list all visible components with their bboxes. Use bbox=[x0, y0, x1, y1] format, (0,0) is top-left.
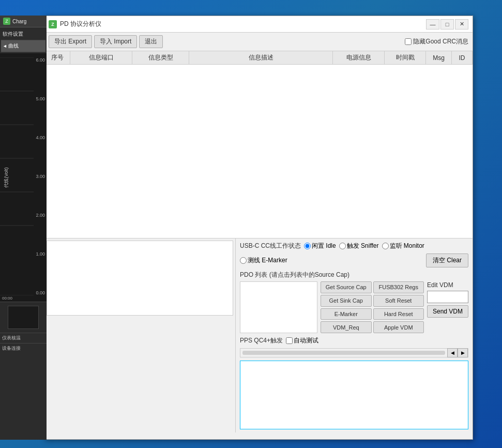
title-bar: Z PD 协议分析仪 — □ ✕ bbox=[44, 16, 473, 33]
pdo-section: PDO 列表 (请点击列表中的Source Cap) Get Source Ca… bbox=[240, 271, 468, 333]
y-axis-title: 代线(Volt) bbox=[3, 162, 10, 193]
col-header-2: 信息类型 bbox=[132, 51, 189, 64]
charg-tab-label: Charg bbox=[12, 19, 26, 24]
radio-monitor-label[interactable]: 监听 Monitor bbox=[382, 242, 424, 250]
pdo-buttons: Get Source Cap FUSB302 Regs Get Sink Cap… bbox=[321, 281, 424, 333]
auto-test-checkbox[interactable] bbox=[286, 337, 293, 344]
hide-crc-label[interactable]: 隐藏Good CRC消息 bbox=[405, 37, 468, 46]
col-header-1: 信息端口 bbox=[70, 51, 132, 64]
radio-monitor[interactable] bbox=[382, 243, 389, 249]
clear-button[interactable]: 清空 Clear bbox=[426, 253, 468, 267]
table-area: 序号 信息端口 信息类型 信息描述 电源信息 时间戳 Msg ID bbox=[44, 51, 473, 238]
pps-row: PPS QC4+触发 自动测试 bbox=[240, 336, 468, 345]
right-panel: USB-C CC线工作状态 闲置 Idle 触发 Sniffer 监听 Moni… bbox=[236, 238, 473, 432]
radio-emarker[interactable] bbox=[240, 257, 247, 264]
radio-emarker-label[interactable]: 测线 E-Marker bbox=[240, 256, 287, 265]
thumbnail-panel-1 bbox=[0, 302, 47, 333]
auto-test-text: 自动测试 bbox=[294, 336, 318, 345]
fusb302-regs-btn[interactable]: FUSB302 Regs bbox=[373, 281, 424, 293]
vdm-title: Edit VDM bbox=[427, 281, 468, 289]
y-label-6: 6.00 bbox=[36, 57, 45, 63]
e-marker-btn[interactable]: E-Marker bbox=[321, 308, 372, 320]
title-left: Z PD 协议分析仪 bbox=[49, 20, 101, 28]
hide-crc-text: 隐藏Good CRC消息 bbox=[413, 37, 468, 46]
y-label-3: 3.00 bbox=[36, 174, 45, 179]
left-panel bbox=[44, 238, 236, 432]
sidebar-item-curve[interactable]: ◄ 曲线 bbox=[1, 40, 45, 52]
pdo-list[interactable] bbox=[240, 281, 317, 333]
col-header-0: 序号 bbox=[44, 51, 70, 64]
radio-monitor-text: 监听 Monitor bbox=[390, 242, 424, 250]
curve-arrow: ◄ bbox=[3, 43, 7, 49]
y-label-0: 0.00 bbox=[36, 290, 45, 295]
thumb-chart-1 bbox=[8, 306, 39, 329]
radio-emarker-text: 测线 E-Marker bbox=[248, 256, 287, 265]
y-axis-labels: 6.00 5.00 4.00 3.00 2.00 1.00 0.00 bbox=[36, 57, 45, 295]
auto-test-label[interactable]: 自动测试 bbox=[286, 336, 318, 345]
scroll-right-btn[interactable]: ▶ bbox=[458, 348, 468, 357]
radio-sniffer-label[interactable]: 触发 Sniffer bbox=[339, 242, 379, 250]
get-source-cap-btn[interactable]: Get Source Cap bbox=[321, 281, 372, 293]
table-body bbox=[44, 65, 473, 238]
col-header-4: 电源信息 bbox=[333, 51, 385, 64]
pdo-content: Get Source Cap FUSB302 Regs Get Sink Cap… bbox=[240, 281, 468, 333]
connect-label: 设备连接 bbox=[0, 343, 47, 353]
y-label-5: 5.00 bbox=[36, 96, 45, 101]
cc-status-row: USB-C CC线工作状态 闲置 Idle 触发 Sniffer 监听 Moni… bbox=[240, 242, 468, 267]
col-header-5: 时间戳 bbox=[385, 51, 426, 64]
scroll-bar: ◀ ▶ bbox=[240, 348, 468, 357]
radio-idle-text: 闲置 Idle bbox=[312, 242, 336, 250]
log-textarea[interactable] bbox=[240, 361, 468, 429]
toolbar: 导出 Export 导入 Import 退出 隐藏Good CRC消息 bbox=[44, 33, 473, 51]
chart-area: 6.00 5.00 4.00 3.00 2.00 1.00 0.00 代线(Vo… bbox=[0, 53, 47, 302]
toolbar-right: 隐藏Good CRC消息 bbox=[405, 37, 468, 46]
main-window: Z PD 协议分析仪 — □ ✕ 导出 Export 导入 Import 退出 … bbox=[44, 16, 473, 440]
app-icon: Z bbox=[49, 20, 57, 28]
radio-idle[interactable] bbox=[304, 243, 311, 249]
title-controls: — □ ✕ bbox=[426, 19, 468, 29]
hide-crc-checkbox[interactable] bbox=[405, 38, 412, 45]
temp-label: 仪表核温 bbox=[0, 333, 47, 343]
y-label-1: 1.00 bbox=[36, 251, 45, 257]
charg-tab[interactable]: Z Charg bbox=[0, 16, 47, 27]
x-axis-label: 00:00 bbox=[2, 296, 12, 301]
export-button[interactable]: 导出 Export bbox=[49, 35, 92, 48]
radio-sniffer-text: 触发 Sniffer bbox=[347, 242, 379, 250]
vdm-req-btn[interactable]: VDM_Req bbox=[321, 321, 372, 333]
col-header-7: ID bbox=[452, 51, 473, 64]
bottom-section: USB-C CC线工作状态 闲置 Idle 触发 Sniffer 监听 Moni… bbox=[44, 238, 473, 432]
maximize-button[interactable]: □ bbox=[440, 19, 454, 29]
col-header-6: Msg bbox=[426, 51, 452, 64]
minimize-button[interactable]: — bbox=[426, 19, 439, 29]
col-header-3: 信息描述 bbox=[189, 51, 333, 64]
pps-title: PPS QC4+触发 bbox=[240, 336, 283, 345]
window-title: PD 协议分析仪 bbox=[60, 20, 101, 28]
send-vdm-btn[interactable]: Send VDM bbox=[427, 305, 468, 318]
get-sink-cap-btn[interactable]: Get Sink Cap bbox=[321, 295, 372, 307]
pdo-title: PDO 列表 (请点击列表中的Source Cap) bbox=[240, 271, 468, 279]
toolbar-left: 导出 Export 导入 Import 退出 bbox=[49, 35, 163, 48]
sidebar-items: 软件设置 ◄ 曲线 bbox=[0, 27, 47, 53]
exit-button[interactable]: 退出 bbox=[139, 35, 163, 48]
import-button[interactable]: 导入 Import bbox=[94, 35, 137, 48]
apple-vdm-btn[interactable]: Apple VDM bbox=[373, 321, 424, 333]
tab-icon: Z bbox=[3, 18, 10, 25]
left-sidebar: Z Charg 软件设置 ◄ 曲线 6.00 5.00 4.00 3.00 2.… bbox=[0, 16, 47, 440]
soft-reset-btn[interactable]: Soft Reset bbox=[373, 295, 424, 307]
vdm-section: Edit VDM Send VDM bbox=[427, 281, 468, 333]
cc-status-title: USB-C CC线工作状态 bbox=[240, 242, 301, 250]
y-label-4: 4.00 bbox=[36, 135, 45, 140]
scroll-left-btn[interactable]: ◀ bbox=[447, 348, 458, 357]
vdm-input[interactable] bbox=[427, 291, 468, 303]
waveform-canvas bbox=[47, 241, 233, 316]
close-button[interactable]: ✕ bbox=[455, 19, 468, 29]
table-header: 序号 信息端口 信息类型 信息描述 电源信息 时间戳 Msg ID bbox=[44, 51, 473, 65]
hard-reset-btn[interactable]: Hard Reset bbox=[373, 308, 424, 320]
radio-idle-label[interactable]: 闲置 Idle bbox=[304, 242, 336, 250]
radio-sniffer[interactable] bbox=[339, 243, 346, 249]
sidebar-item-software-settings[interactable]: 软件设置 bbox=[1, 28, 45, 40]
scroll-track[interactable] bbox=[242, 351, 445, 355]
y-label-2: 2.00 bbox=[36, 213, 45, 218]
